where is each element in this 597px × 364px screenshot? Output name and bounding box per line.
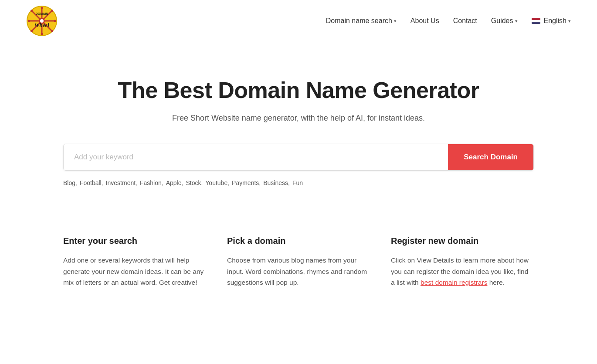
search-box: Search Domain [63, 144, 534, 171]
svg-point-14 [51, 10, 53, 12]
search-container: Search Domain BlogFootballInvestmentFash… [63, 144, 534, 188]
svg-point-8 [41, 7, 43, 9]
info-card-pick-body: Choose from various blog names from your… [227, 255, 370, 288]
page-title: The Best Domain Name Generator [26, 77, 571, 103]
svg-point-10 [28, 20, 30, 22]
keyword-tag[interactable]: Football [80, 178, 106, 188]
info-card-register-body: Click on View Details to learn more abou… [391, 255, 534, 288]
keyword-tag[interactable]: Blog [63, 178, 80, 188]
chevron-down-icon: ▾ [394, 18, 397, 24]
nav-guides[interactable]: Guides ▾ [491, 17, 518, 25]
hero-subtitle: Free Short Website name generator, with … [26, 114, 571, 123]
search-domain-button[interactable]: Search Domain [448, 144, 533, 170]
logo-icon: DOMAIN Wheel [26, 5, 58, 37]
nav-about[interactable]: About Us [410, 17, 439, 25]
info-card-register: Register new domain Click on View Detail… [391, 236, 534, 288]
site-header: DOMAIN Wheel Domain name search ▾ About … [0, 0, 597, 42]
info-card-search-title: Enter your search [63, 236, 206, 246]
svg-point-15 [31, 30, 33, 32]
svg-point-12 [31, 10, 33, 12]
nav-domain-search[interactable]: Domain name search ▾ [326, 17, 397, 25]
flag-icon [532, 18, 540, 24]
keyword-tag[interactable]: Payments [232, 178, 263, 188]
info-card-search: Enter your search Add one or several key… [63, 236, 206, 288]
keyword-tags: BlogFootballInvestmentFashionAppleStockY… [63, 178, 534, 188]
chevron-down-icon-guides: ▾ [515, 18, 518, 24]
svg-point-13 [51, 30, 53, 32]
svg-text:Wheel: Wheel [34, 22, 49, 28]
logo[interactable]: DOMAIN Wheel [26, 5, 58, 37]
nav-language[interactable]: English ▾ [532, 17, 571, 25]
keyword-tag[interactable]: Investment [106, 178, 140, 188]
keyword-tag[interactable]: Youtube [205, 178, 232, 188]
search-input[interactable] [64, 144, 448, 170]
chevron-down-icon-lang: ▾ [568, 18, 571, 24]
info-card-register-title: Register new domain [391, 236, 534, 246]
main-nav: Domain name search ▾ About Us Contact Gu… [326, 17, 571, 25]
info-card-pick: Pick a domain Choose from various blog n… [227, 236, 370, 288]
svg-point-11 [54, 20, 56, 22]
keyword-tag[interactable]: Fun [292, 178, 303, 188]
keyword-tag[interactable]: Apple [166, 178, 186, 188]
domain-registrars-link[interactable]: best domain registrars [421, 279, 487, 286]
hero-section: The Best Domain Name Generator Free Shor… [0, 42, 597, 206]
info-card-pick-title: Pick a domain [227, 236, 370, 246]
info-card-search-body: Add one or several keywords that will he… [63, 255, 206, 288]
nav-contact[interactable]: Contact [453, 17, 477, 25]
info-section: Enter your search Add one or several key… [63, 236, 534, 314]
keyword-tag[interactable]: Business [263, 178, 292, 188]
keyword-tag[interactable]: Fashion [140, 178, 166, 188]
svg-point-9 [41, 33, 43, 35]
svg-text:DOMAIN: DOMAIN [36, 12, 48, 15]
keyword-tag[interactable]: Stock [186, 178, 205, 188]
